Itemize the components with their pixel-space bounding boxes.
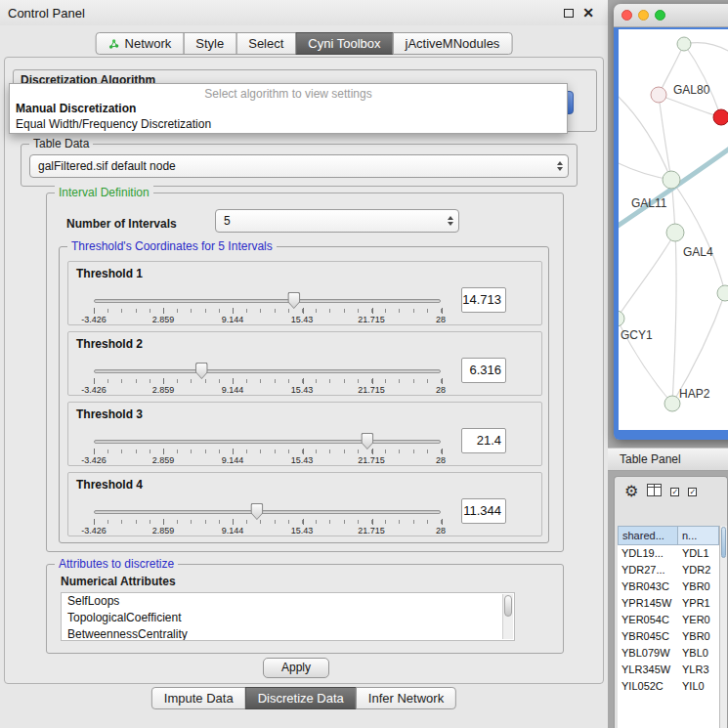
close-icon[interactable]: ✕ (582, 6, 594, 20)
table-data-value: galFiltered.sif default node (38, 159, 176, 173)
tab-label: Discretize Data (258, 691, 344, 706)
slider-major-tick (163, 519, 164, 525)
tab-style[interactable]: Style (183, 32, 236, 55)
number-of-intervals-combobox[interactable]: 5 (215, 209, 459, 233)
zoom-traffic-light-icon[interactable] (655, 10, 665, 21)
table-scrollbar-thumb[interactable] (721, 527, 726, 558)
network-node[interactable] (619, 311, 624, 326)
threshold-value-field[interactable]: 14.713 (461, 287, 506, 313)
table-row[interactable]: YDL19...YDL1 (618, 545, 719, 562)
select-all-checkbox-icon[interactable]: ✓ (670, 488, 679, 496)
table-panel-header[interactable]: Table Panel (608, 448, 728, 471)
show-columns-icon[interactable] (647, 484, 662, 499)
tab-network[interactable]: Network (96, 32, 185, 55)
selected-network-node[interactable] (713, 109, 728, 125)
close-traffic-light-icon[interactable] (621, 10, 632, 21)
threshold-block: Threshold 4-3.4262.8599.14415.4321.71528… (67, 472, 542, 536)
select-none-checkbox-icon[interactable]: ✓ (688, 488, 697, 496)
threshold-value-field[interactable]: 21.4 (461, 428, 506, 453)
slider-thumb[interactable] (287, 292, 300, 309)
column-header-shared-name[interactable]: shared... (618, 526, 678, 545)
tick-label: 2.859 (152, 315, 175, 324)
network-node[interactable] (717, 285, 728, 301)
threshold-slider[interactable] (94, 299, 441, 303)
tick-label: 28 (436, 526, 446, 535)
tick-label: -3.426 (81, 455, 107, 465)
window-title: Control Panel (0, 6, 85, 21)
tick-label: -3.426 (81, 315, 107, 324)
table-data-combobox[interactable]: galFiltered.sif default node (29, 154, 569, 178)
tab-jactivemnodules[interactable]: jActiveMNodules (393, 32, 513, 55)
list-item[interactable]: BetweennessCentrality (62, 626, 514, 641)
threshold-slider[interactable] (94, 440, 441, 444)
tab-impute-data[interactable]: Impute Data (151, 687, 246, 709)
threshold-slider[interactable] (94, 369, 441, 373)
network-node[interactable] (664, 396, 680, 411)
tab-infer-network[interactable]: Infer Network (356, 687, 456, 709)
slider-major-tick (442, 449, 443, 454)
table-scrollbar[interactable] (719, 526, 727, 728)
tick-label: 21.715 (358, 385, 385, 395)
network-node[interactable] (677, 37, 691, 51)
apply-button[interactable]: Apply (263, 658, 329, 678)
network-window-titlebar[interactable] (614, 4, 728, 27)
gear-icon[interactable]: ⚙ (624, 484, 638, 499)
tick-label: 15.43 (291, 385, 314, 395)
table-row[interactable]: YBR043CYBR0 (618, 578, 719, 595)
slider-major-tick (94, 378, 95, 384)
network-node[interactable] (666, 224, 684, 241)
table-data-legend: Table Data (29, 137, 93, 150)
column-header-name[interactable]: n... (677, 526, 719, 545)
table-row[interactable]: YER054CYER0 (618, 612, 719, 628)
combo-stepper-icon (557, 161, 563, 171)
table-row[interactable]: YBL079WYBL0 (618, 645, 719, 662)
table-row[interactable]: YDR27...YDR2 (618, 562, 719, 578)
algorithm-option-equal-width[interactable]: Equal Width/Frequency Discretization (10, 116, 567, 132)
cell-shared-name: YPR145W (618, 595, 678, 612)
attributes-scrollbar[interactable] (502, 594, 513, 639)
slider-major-tick (303, 519, 304, 525)
attributes-to-discretize-group: Attributes to discretize Numerical Attri… (46, 564, 564, 654)
node-label: GAL80 (673, 83, 710, 97)
thresholds-legend: Threshold's Coordinates for 5 Intervals (67, 239, 277, 253)
slider-thumb[interactable] (195, 363, 208, 379)
algorithm-placeholder-item[interactable]: Select algorithm to view settings (10, 84, 567, 101)
slider-major-tick (442, 378, 443, 384)
attributes-legend: Attributes to discretize (55, 557, 178, 571)
slider-thumb-face (251, 504, 262, 519)
slider-thumb-face (196, 364, 207, 378)
table-row[interactable]: YLR345WYLR3 (618, 662, 719, 678)
algorithm-option-manual[interactable]: Manual Discretization (10, 101, 567, 116)
threshold-label: Threshold 4 (76, 478, 143, 492)
slider-thumb[interactable] (250, 503, 263, 520)
minimize-traffic-light-icon[interactable] (638, 10, 649, 21)
tab-cyni-toolbox[interactable]: Cyni Toolbox (295, 32, 393, 55)
table-row[interactable]: YIL052CYIL0 (618, 678, 719, 695)
network-canvas[interactable]: GAL80 GAL11 GAL4 GCY1 HAP2 (619, 29, 728, 430)
control-panel-window: Control Panel ✕ NetworkStyleSelectCyni T… (0, 0, 608, 728)
tick-label: 2.859 (152, 455, 175, 465)
slider-tick-labels: -3.4262.8599.14415.4321.71528 (94, 315, 441, 324)
tab-select[interactable]: Select (236, 32, 296, 55)
slider-thumb[interactable] (361, 433, 373, 450)
threshold-slider[interactable] (94, 510, 441, 514)
cell-name: YBR0 (678, 628, 719, 645)
list-item[interactable]: TopologicalCoefficient (62, 610, 514, 626)
attributes-scrollbar-thumb[interactable] (504, 595, 512, 617)
tab-label: Style (195, 36, 224, 51)
float-window-icon[interactable] (564, 9, 574, 18)
numerical-attributes-list[interactable]: SelfLoopsTopologicalCoefficientBetweenne… (61, 592, 515, 641)
cell-shared-name: YBL079W (618, 645, 678, 662)
threshold-value-field[interactable]: 11.344 (461, 498, 506, 524)
network-node[interactable] (663, 171, 680, 189)
table-row[interactable]: YBR045CYBR0 (618, 628, 719, 645)
list-item[interactable]: SelfLoops (62, 593, 514, 610)
table-panel-window: ⚙ ✓ ✓ shared... n... YDL19...YDL1YDR27..… (614, 476, 728, 728)
threshold-block: Threshold 2-3.4262.8599.14415.4321.71528… (67, 331, 542, 396)
table-row[interactable]: YPR145WYPR1 (618, 595, 719, 612)
cell-shared-name: YDL19... (618, 545, 678, 562)
tab-discretize-data[interactable]: Discretize Data (245, 687, 357, 709)
slider-major-tick (163, 378, 164, 384)
network-node[interactable] (651, 87, 666, 103)
threshold-value-field[interactable]: 6.316 (461, 358, 506, 383)
